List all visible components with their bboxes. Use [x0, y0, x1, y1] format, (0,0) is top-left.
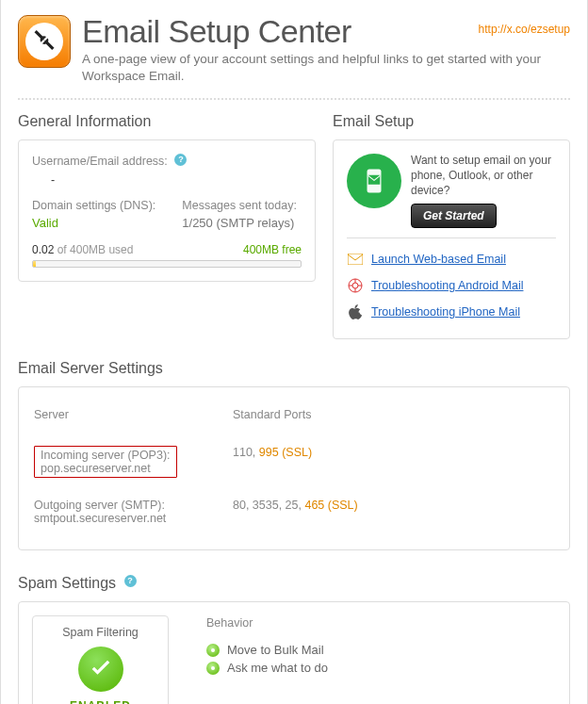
setup-prompt: Want to setup email on your phone, Outlo… [411, 154, 556, 198]
apple-icon [347, 303, 364, 320]
radio-dot-icon [206, 662, 220, 675]
storage-used: 0.02 [32, 243, 54, 256]
svg-point-3 [352, 283, 358, 288]
username-value: - [51, 173, 302, 187]
list-item: Troubleshooting Android Mail [347, 272, 556, 299]
get-started-button[interactable]: Get Started [411, 204, 497, 228]
storage-row: 0.02 of 400MB used 400MB free [32, 243, 302, 256]
storage-bar-fill [33, 261, 36, 267]
incoming-server-host: pop.secureserver.net [41, 462, 151, 475]
outgoing-server-host: smtpout.secureserver.net [34, 512, 166, 525]
section-title-email-setup: Email Setup [333, 113, 570, 130]
help-icon[interactable]: ? [174, 154, 187, 166]
username-label: Username/Email address: [32, 155, 168, 168]
dns-label: Domain settings (DNS): [32, 199, 155, 212]
lifesaver-icon [347, 277, 364, 294]
svg-point-5 [211, 666, 215, 670]
checkmark-icon [78, 647, 123, 692]
envelope-icon [347, 251, 364, 268]
mobile-mail-icon [347, 154, 401, 208]
sent-label: Messages sent today: [182, 199, 297, 212]
incoming-server-highlight: Incoming server (POP3): pop.secureserver… [34, 446, 177, 478]
outgoing-ports-ssl: 465 (SSL) [304, 499, 357, 512]
spam-status: ENABLED [39, 699, 162, 704]
server-settings-panel: Server Standard Ports Incoming server (P… [18, 386, 570, 550]
col-server: Server [34, 402, 231, 434]
spam-card-title: Spam Filtering [39, 626, 162, 639]
divider [18, 98, 570, 100]
general-info-panel: Username/Email address: ? - Domain setti… [18, 139, 316, 282]
spam-filtering-card: Spam Filtering ENABLED [32, 615, 169, 704]
section-title-spam-settings: Spam Settings ? [18, 575, 570, 592]
storage-bar [32, 260, 302, 268]
svg-rect-1 [348, 254, 363, 265]
table-row: Incoming server (POP3): pop.secureserver… [34, 436, 554, 487]
outgoing-server-label: Outgoing server (SMTP): [34, 499, 165, 512]
section-title-server-settings: Email Server Settings [18, 360, 570, 377]
behavior-label: Behavior [206, 616, 253, 630]
page-subtitle: A one-page view of your account settings… [82, 51, 570, 85]
dns-value: Valid [32, 216, 155, 230]
list-item: Launch Web-based Email [347, 246, 556, 272]
svg-point-4 [211, 648, 215, 652]
incoming-server-label: Incoming server (POP3): [41, 449, 171, 462]
spam-settings-panel: Spam Filtering ENABLED Behavior Move to … [18, 601, 570, 704]
help-icon[interactable]: ? [124, 575, 137, 587]
col-ports: Standard Ports [233, 402, 554, 434]
troubleshoot-android-link[interactable]: Troubleshooting Android Mail [371, 279, 523, 292]
section-title-general-info: General Information [18, 113, 316, 130]
behavior-option[interactable]: Move to Bulk Mail [206, 643, 328, 657]
storage-free: 400MB free [243, 243, 302, 256]
behavior-option[interactable]: Ask me what to do [206, 661, 328, 675]
table-row: Outgoing server (SMTP): smtpout.securese… [34, 489, 554, 534]
launch-webmail-link[interactable]: Launch Web-based Email [371, 253, 506, 266]
tools-icon [18, 15, 71, 68]
radio-dot-icon [206, 644, 220, 657]
top-link[interactable]: http://x.co/ezsetup [479, 23, 570, 36]
behavior-option-label: Ask me what to do [227, 661, 328, 675]
incoming-ports-plain: 110, [233, 446, 259, 459]
email-setup-panel: Want to setup email on your phone, Outlo… [333, 139, 570, 339]
storage-cap: of 400MB used [54, 243, 133, 256]
troubleshoot-iphone-link[interactable]: Troubleshooting iPhone Mail [371, 305, 520, 319]
page-header: Email Setup Center A one-page view of yo… [18, 15, 570, 85]
sent-value: 1/250 (SMTP relays) [182, 216, 297, 230]
behavior-option-label: Move to Bulk Mail [227, 643, 324, 657]
server-table: Server Standard Ports Incoming server (P… [32, 401, 556, 536]
incoming-ports-ssl: 995 (SSL) [259, 446, 312, 459]
outgoing-ports-plain: 80, 3535, 25, [233, 499, 304, 512]
list-item: Troubleshooting iPhone Mail [347, 299, 556, 325]
